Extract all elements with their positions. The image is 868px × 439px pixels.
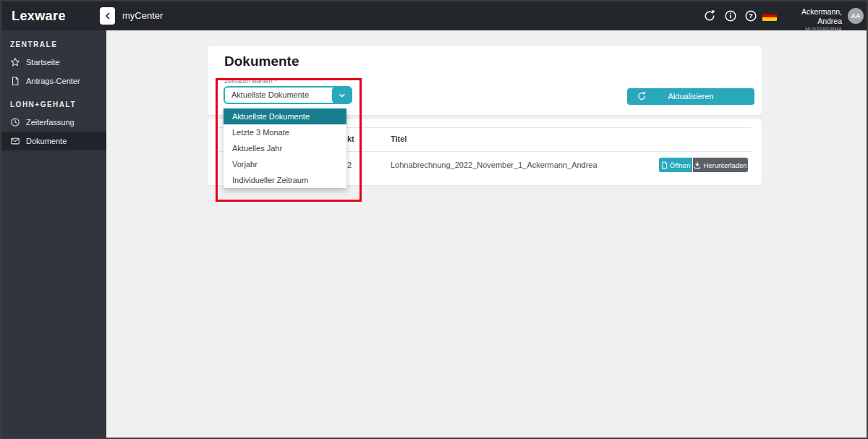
help-icon[interactable]: ? [744,9,757,22]
row-cell-title: Lohnabrechnung_2022_November_1_Ackermann… [391,161,597,169]
page-title: Dokumente [224,54,299,69]
german-flag-icon[interactable] [762,11,777,21]
sidebar-section-zentrale: ZENTRALE [1,30,106,53]
sidebar-item-dokumente[interactable]: Dokumente [1,132,106,150]
back-button[interactable] [100,7,115,25]
open-button[interactable]: Öffnen [659,158,692,172]
clock-icon [10,117,20,127]
download-button[interactable]: Herunterladen [693,158,748,172]
sidebar-item-startseite[interactable]: Startseite [1,53,106,72]
sidebar-item-label: Antrags-Center [26,77,80,85]
sidebar-section-lohn-gehalt: LOHN+GEHALT [1,90,106,113]
sidebar-item-antrags-center[interactable]: Antrags-Center [1,72,106,90]
table-header-occluded: kt [347,135,354,143]
sidebar: ZENTRALE Startseite Antrags-Center LOHN+… [1,30,106,439]
period-select-value: Aktuellste Dokumente [231,88,309,103]
sidebar-item-zeiterfassung[interactable]: Zeiterfassung [1,113,106,132]
info-icon[interactable] [724,9,737,22]
app-window: Lexware myCenter ? Ackermann, Andrea MUS… [0,0,868,439]
sidebar-item-label: Dokumente [26,137,67,145]
open-button-label: Öffnen [670,161,690,169]
user-menu[interactable]: Ackermann, Andrea MUSTERFIRMA [783,7,842,33]
dropdown-option-vorjahr[interactable]: Vorjahr [224,156,346,172]
user-company: MUSTERFIRMA [783,26,842,33]
svg-text:?: ? [749,12,753,20]
app-title: myCenter [122,1,163,30]
avatar-initials: AA [851,12,861,20]
download-button-label: Herunterladen [703,161,746,169]
table-header-titel: Titel [391,135,407,143]
refresh-icon[interactable] [703,9,716,22]
period-select[interactable]: Aktuellste Dokumente [224,86,352,104]
aktualisieren-label: Aktualisieren [627,88,754,105]
row-actions: Öffnen Herunterladen [659,158,748,172]
download-icon [694,161,701,169]
top-bar: Lexware myCenter ? Ackermann, Andrea MUS… [1,1,867,30]
dropdown-option-letzte-3-monate[interactable]: Letzte 3 Monate [224,124,346,140]
file-icon [661,161,668,169]
sidebar-item-label: Zeiterfassung [26,118,75,127]
star-icon [10,57,20,67]
lexware-logo: Lexware [12,1,66,30]
user-name: Ackermann, Andrea [783,7,842,26]
sidebar-item-label: Startseite [26,58,59,67]
period-field-label: Zeitraum wählen * [224,77,277,85]
avatar[interactable]: AA [848,8,864,24]
chevron-down-icon[interactable] [332,87,352,103]
row-cell-occluded: 2 [347,161,352,169]
dropdown-option-individueller-zeitraum[interactable]: Individueller Zeitraum [224,172,346,188]
aktualisieren-button[interactable]: Aktualisieren [627,88,754,105]
chevron-left-icon [103,11,112,21]
document-icon [10,76,20,86]
envelope-icon [10,136,20,146]
period-dropdown-list: Aktuellste Dokumente Letzte 3 Monate Akt… [224,108,346,188]
dropdown-option-aktuellste-dokumente[interactable]: Aktuellste Dokumente [224,108,346,124]
dropdown-option-aktuelles-jahr[interactable]: Aktuelles Jahr [224,140,346,156]
